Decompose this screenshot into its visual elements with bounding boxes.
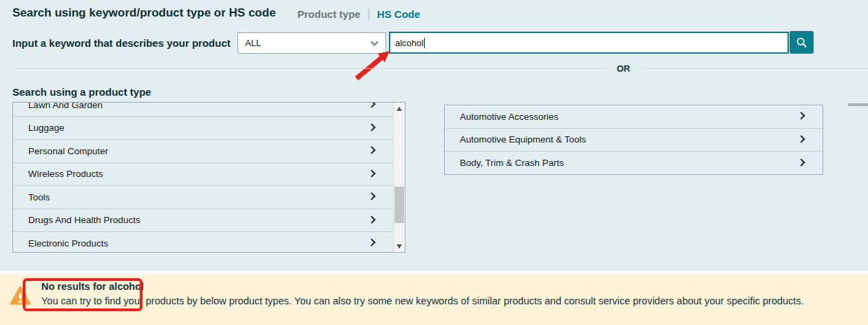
search-button[interactable] bbox=[790, 31, 814, 54]
list-item-label: Tools bbox=[28, 192, 50, 202]
list-item[interactable]: Electronic Products bbox=[13, 232, 393, 253]
keyword-search-label: Input a keyword that describes your prod… bbox=[12, 37, 231, 49]
keyword-input[interactable]: alcohol bbox=[389, 32, 789, 54]
list-item-label: Automotive Accessories bbox=[460, 112, 558, 122]
or-divider-line bbox=[12, 68, 868, 69]
keyword-input-value: alcohol bbox=[395, 38, 423, 48]
product-type-heading: Search using a product type bbox=[12, 86, 151, 98]
scrollbar-thumb[interactable] bbox=[394, 187, 404, 223]
chevron-right-icon bbox=[797, 158, 805, 166]
list-item[interactable]: Drugs And Health Products bbox=[13, 209, 393, 233]
chevron-right-icon bbox=[368, 123, 375, 131]
list-item-label: Body, Trim & Crash Parts bbox=[460, 158, 564, 168]
page-title: Search using keyword/product type or HS … bbox=[12, 6, 276, 20]
vertical-scrollbar[interactable] bbox=[393, 103, 405, 252]
product-type-list-left: Lawn And Garden Luggage Personal Compute… bbox=[12, 102, 405, 253]
list-item-label: Drugs And Health Products bbox=[28, 215, 140, 225]
alert-title: No results for alcohol bbox=[41, 281, 144, 292]
or-divider-label: OR bbox=[606, 63, 642, 74]
list-item[interactable]: Wireless Products bbox=[13, 163, 393, 187]
tab-hs-code[interactable]: HS Code bbox=[377, 8, 421, 20]
chevron-right-icon bbox=[368, 216, 375, 223]
tab-product-type[interactable]: Product type bbox=[297, 8, 361, 20]
scroll-up-button[interactable] bbox=[394, 103, 405, 114]
warning-icon bbox=[10, 285, 31, 309]
alert-message: You can try to find your products by bel… bbox=[41, 295, 804, 306]
header-tabs: Product type | HS Code bbox=[297, 8, 420, 20]
triangle-up-icon bbox=[396, 107, 402, 111]
list-item[interactable]: Tools bbox=[13, 186, 393, 209]
list-item-label: Automotive Equipment & Tools bbox=[460, 134, 586, 145]
list-item-label: Lawn And Garden bbox=[28, 102, 103, 110]
chevron-right-icon bbox=[368, 147, 375, 154]
chevron-right-icon bbox=[368, 169, 375, 177]
no-results-alert: No results for alcohol You can try to fi… bbox=[0, 274, 868, 325]
chevron-right-icon bbox=[368, 193, 375, 200]
list-item-label: Personal Computer bbox=[28, 146, 108, 156]
chevron-right-icon bbox=[368, 102, 375, 108]
list-item[interactable]: Automotive Accessories bbox=[445, 105, 823, 129]
chevron-right-icon bbox=[797, 135, 805, 143]
list-item[interactable]: Lawn And Garden bbox=[13, 102, 393, 117]
product-type-list-right: Automotive Accessories Automotive Equipm… bbox=[444, 105, 823, 175]
list-item-label: Electronic Products bbox=[28, 238, 108, 249]
triangle-down-icon bbox=[396, 244, 402, 249]
category-select[interactable]: ALL bbox=[237, 32, 386, 54]
list-item-label: Wireless Products bbox=[28, 169, 103, 179]
list-item-label: Luggage bbox=[28, 123, 65, 133]
chevron-right-icon bbox=[368, 239, 375, 247]
scroll-down-button[interactable] bbox=[394, 240, 405, 252]
chevron-right-icon bbox=[797, 112, 805, 120]
list-item[interactable]: Personal Computer bbox=[13, 140, 393, 163]
category-select-value: ALL bbox=[245, 38, 372, 48]
text-caret bbox=[424, 38, 425, 48]
scrollbar-fragment bbox=[848, 103, 868, 106]
chevron-down-icon bbox=[370, 38, 378, 45]
list-item[interactable]: Luggage bbox=[13, 117, 393, 140]
list-item[interactable]: Automotive Equipment & Tools bbox=[445, 129, 823, 152]
search-icon bbox=[796, 36, 807, 48]
list-item[interactable]: Body, Trim & Crash Parts bbox=[445, 151, 823, 175]
tab-separator: | bbox=[368, 8, 370, 20]
